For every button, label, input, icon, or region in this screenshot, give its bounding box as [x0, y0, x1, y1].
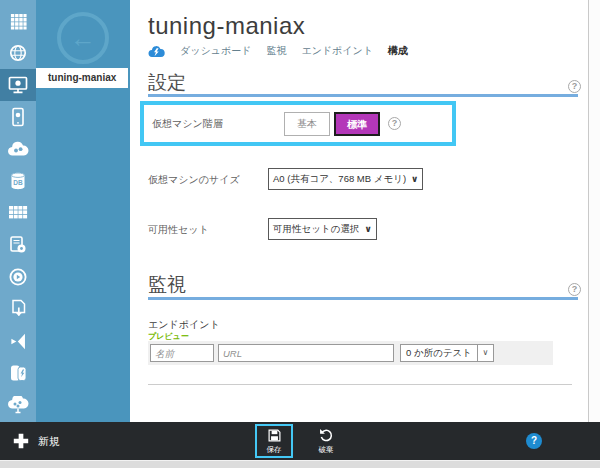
- import-document-icon[interactable]: [0, 293, 36, 325]
- tier-basic-button[interactable]: 基本: [284, 112, 330, 136]
- virtual-machines-icon[interactable]: [0, 69, 36, 101]
- azure-classic-portal: DB ← tuning-maniax tuning-: [0, 0, 600, 468]
- save-floppy-icon: [267, 428, 282, 443]
- sql-databases-icon[interactable]: DB: [0, 165, 36, 197]
- save-button-label: 保存: [267, 445, 282, 455]
- vm-size-label: 仮想マシンのサイズ: [148, 173, 240, 187]
- scrollbar-track[interactable]: [588, 0, 600, 422]
- main-content: tuning-maniax ダッシュボード 監視 エンドポイント 構成 設定 ?…: [130, 0, 588, 422]
- hdinsight-icon[interactable]: [0, 229, 36, 261]
- monitoring-section-title: 監視: [148, 272, 186, 298]
- tier-standard-button[interactable]: 標準: [334, 112, 380, 136]
- monitoring-help-icon[interactable]: ?: [568, 283, 581, 296]
- vm-tier-help-icon[interactable]: ?: [388, 117, 401, 130]
- back-arrow-icon: ←: [70, 23, 96, 53]
- sidebar-item-vm[interactable]: tuning-maniax: [36, 68, 128, 88]
- endpoint-name-input[interactable]: [150, 344, 214, 362]
- settings-section-title: 設定: [148, 70, 186, 96]
- endpoint-entry-row: 0 か所のテスト ∨: [148, 341, 553, 365]
- endpoint-test-value: 0 か所のテスト: [400, 344, 477, 362]
- command-bar: 新規 保存 破棄 ?: [0, 422, 600, 460]
- vm-size-select[interactable]: A0 (共有コア、768 MB メモリ) ∨: [268, 168, 423, 190]
- tab-bar: ダッシュボード 監視 エンドポイント 構成: [148, 44, 408, 58]
- discard-button-label: 破棄: [319, 445, 334, 455]
- page-title: tuning-maniax: [148, 12, 305, 40]
- availability-set-label: 可用性セット: [148, 223, 209, 237]
- chevron-down-icon: ∨: [477, 344, 494, 362]
- all-items-grid-icon[interactable]: [0, 5, 36, 37]
- save-button[interactable]: 保存: [255, 424, 293, 458]
- storage-tables-icon[interactable]: [0, 197, 36, 229]
- help-button[interactable]: ?: [526, 433, 542, 449]
- tab-monitor[interactable]: 監視: [266, 44, 286, 58]
- mobile-services-icon[interactable]: [0, 101, 36, 133]
- media-services-icon[interactable]: [0, 261, 36, 293]
- vm-tier-toggle: 基本 標準: [284, 112, 380, 136]
- endpoint-test-select[interactable]: 0 か所のテスト ∨: [400, 344, 494, 362]
- command-bar-center: 保存 破棄: [255, 422, 345, 460]
- plus-icon: [12, 432, 30, 450]
- new-button[interactable]: 新規: [12, 422, 60, 460]
- availability-set-value: 可用性セットの選択: [273, 223, 359, 236]
- back-button[interactable]: ←: [57, 12, 109, 64]
- endpoints-label: エンドポイント: [148, 318, 220, 332]
- quick-glance-cloud-icon: [148, 45, 165, 58]
- chevron-down-icon: ∨: [364, 224, 371, 234]
- tab-dashboard[interactable]: ダッシュボード: [180, 44, 251, 58]
- vm-size-value: A0 (共有コア、768 MB メモリ): [273, 173, 406, 186]
- tab-endpoints[interactable]: エンドポイント: [301, 44, 373, 58]
- endpoint-url-input[interactable]: [218, 344, 394, 362]
- help-icon: ?: [531, 435, 537, 446]
- tab-configure[interactable]: 構成: [388, 44, 408, 58]
- status-strip: [0, 460, 600, 468]
- vm-tier-label: 仮想マシン階層: [152, 117, 284, 131]
- cloud-services-icon[interactable]: [0, 133, 36, 165]
- service-icon-strip: DB: [0, 0, 36, 422]
- backup-vault-icon[interactable]: [0, 357, 36, 389]
- visual-studio-icon[interactable]: [0, 325, 36, 357]
- navigation-panel: ← tuning-maniax: [36, 0, 130, 422]
- discard-undo-icon: [318, 427, 334, 443]
- automation-cloud-icon[interactable]: [0, 389, 36, 421]
- new-button-label: 新規: [38, 434, 60, 449]
- websites-globe-icon[interactable]: [0, 37, 36, 69]
- settings-section-rule: [148, 94, 578, 97]
- vm-tier-highlight-box: 仮想マシン階層 基本 標準 ?: [140, 101, 456, 146]
- chevron-down-icon: ∨: [411, 174, 418, 184]
- endpoint-divider: [148, 384, 572, 385]
- monitoring-section-rule: [148, 297, 578, 300]
- svg-text:DB: DB: [13, 179, 23, 186]
- discard-button[interactable]: 破棄: [307, 424, 345, 458]
- availability-set-select[interactable]: 可用性セットの選択 ∨: [268, 218, 377, 240]
- settings-help-icon[interactable]: ?: [568, 80, 581, 93]
